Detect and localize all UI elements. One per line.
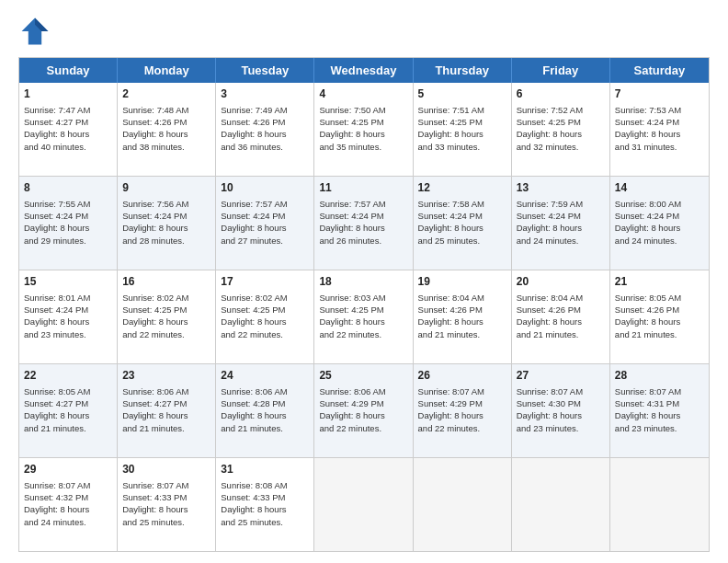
day-info: Sunrise: 8:07 AM Sunset: 4:29 PM Dayligh… xyxy=(418,386,484,433)
calendar-day-cell: 27Sunrise: 8:07 AM Sunset: 4:30 PM Dayli… xyxy=(512,364,610,457)
calendar-day-cell: 12Sunrise: 7:58 AM Sunset: 4:24 PM Dayli… xyxy=(414,177,512,270)
day-number: 28 xyxy=(615,368,704,384)
calendar-day-cell: 21Sunrise: 8:05 AM Sunset: 4:26 PM Dayli… xyxy=(610,270,709,363)
day-number: 18 xyxy=(319,274,407,290)
day-info: Sunrise: 8:05 AM Sunset: 4:27 PM Dayligh… xyxy=(24,386,90,433)
day-number: 23 xyxy=(122,368,210,384)
logo-icon xyxy=(18,15,51,48)
day-number: 21 xyxy=(615,274,704,290)
day-number: 10 xyxy=(221,180,309,196)
calendar-empty-cell xyxy=(512,458,610,551)
day-info: Sunrise: 8:06 AM Sunset: 4:27 PM Dayligh… xyxy=(122,386,188,433)
calendar-day-cell: 8Sunrise: 7:55 AM Sunset: 4:24 PM Daylig… xyxy=(19,177,118,270)
calendar-day-cell: 11Sunrise: 7:57 AM Sunset: 4:24 PM Dayli… xyxy=(314,177,413,270)
day-info: Sunrise: 8:05 AM Sunset: 4:26 PM Dayligh… xyxy=(615,293,681,339)
calendar-week-row: 15Sunrise: 8:01 AM Sunset: 4:24 PM Dayli… xyxy=(19,270,709,363)
calendar-empty-cell xyxy=(414,458,512,551)
calendar-day-cell: 4Sunrise: 7:50 AM Sunset: 4:25 PM Daylig… xyxy=(314,83,413,176)
day-info: Sunrise: 7:48 AM Sunset: 4:26 PM Dayligh… xyxy=(122,105,188,152)
day-info: Sunrise: 7:57 AM Sunset: 4:24 PM Dayligh… xyxy=(319,199,385,246)
day-number: 20 xyxy=(517,274,605,290)
day-number: 16 xyxy=(122,274,210,290)
calendar-empty-cell xyxy=(314,458,413,551)
day-number: 12 xyxy=(418,180,506,196)
day-number: 24 xyxy=(221,368,309,384)
calendar-day-cell: 17Sunrise: 8:02 AM Sunset: 4:25 PM Dayli… xyxy=(216,270,314,363)
day-info: Sunrise: 8:02 AM Sunset: 4:25 PM Dayligh… xyxy=(122,293,188,339)
day-info: Sunrise: 8:08 AM Sunset: 4:33 PM Dayligh… xyxy=(221,480,287,527)
header xyxy=(18,15,710,48)
day-number: 30 xyxy=(122,462,210,477)
calendar-day-cell: 13Sunrise: 7:59 AM Sunset: 4:24 PM Dayli… xyxy=(512,177,610,270)
calendar-day-cell: 23Sunrise: 8:06 AM Sunset: 4:27 PM Dayli… xyxy=(118,364,216,457)
day-info: Sunrise: 7:52 AM Sunset: 4:25 PM Dayligh… xyxy=(517,105,583,152)
calendar-week-row: 1Sunrise: 7:47 AM Sunset: 4:27 PM Daylig… xyxy=(19,83,709,176)
day-info: Sunrise: 7:58 AM Sunset: 4:24 PM Dayligh… xyxy=(418,199,484,246)
day-number: 26 xyxy=(418,368,506,384)
day-number: 29 xyxy=(24,462,112,477)
calendar-day-cell: 18Sunrise: 8:03 AM Sunset: 4:25 PM Dayli… xyxy=(314,270,413,363)
day-number: 25 xyxy=(319,368,407,384)
day-number: 17 xyxy=(221,274,309,290)
day-number: 3 xyxy=(221,86,309,102)
calendar-day-cell: 5Sunrise: 7:51 AM Sunset: 4:25 PM Daylig… xyxy=(414,83,512,176)
calendar-day-cell: 24Sunrise: 8:06 AM Sunset: 4:28 PM Dayli… xyxy=(216,364,314,457)
calendar-day-cell: 6Sunrise: 7:52 AM Sunset: 4:25 PM Daylig… xyxy=(512,83,610,176)
day-info: Sunrise: 8:07 AM Sunset: 4:32 PM Dayligh… xyxy=(24,480,90,527)
calendar-header-cell: Friday xyxy=(512,58,610,83)
day-number: 15 xyxy=(24,274,112,290)
calendar-day-cell: 16Sunrise: 8:02 AM Sunset: 4:25 PM Dayli… xyxy=(118,270,216,363)
calendar-day-cell: 25Sunrise: 8:06 AM Sunset: 4:29 PM Dayli… xyxy=(314,364,413,457)
calendar-day-cell: 10Sunrise: 7:57 AM Sunset: 4:24 PM Dayli… xyxy=(216,177,314,270)
day-info: Sunrise: 8:03 AM Sunset: 4:25 PM Dayligh… xyxy=(319,293,385,339)
day-number: 9 xyxy=(122,180,210,196)
calendar-day-cell: 14Sunrise: 8:00 AM Sunset: 4:24 PM Dayli… xyxy=(610,177,709,270)
calendar-day-cell: 31Sunrise: 8:08 AM Sunset: 4:33 PM Dayli… xyxy=(216,458,314,551)
calendar-week-row: 29Sunrise: 8:07 AM Sunset: 4:32 PM Dayli… xyxy=(19,457,709,551)
day-number: 13 xyxy=(517,180,605,196)
calendar-day-cell: 9Sunrise: 7:56 AM Sunset: 4:24 PM Daylig… xyxy=(118,177,216,270)
day-info: Sunrise: 7:56 AM Sunset: 4:24 PM Dayligh… xyxy=(122,199,188,246)
calendar-day-cell: 7Sunrise: 7:53 AM Sunset: 4:24 PM Daylig… xyxy=(610,83,709,176)
logo xyxy=(18,15,57,48)
calendar-day-cell: 22Sunrise: 8:05 AM Sunset: 4:27 PM Dayli… xyxy=(19,364,118,457)
calendar-empty-cell xyxy=(610,458,709,551)
calendar-day-cell: 29Sunrise: 8:07 AM Sunset: 4:32 PM Dayli… xyxy=(19,458,118,551)
calendar-day-cell: 15Sunrise: 8:01 AM Sunset: 4:24 PM Dayli… xyxy=(19,270,118,363)
day-info: Sunrise: 8:00 AM Sunset: 4:24 PM Dayligh… xyxy=(615,199,681,246)
calendar-day-cell: 19Sunrise: 8:04 AM Sunset: 4:26 PM Dayli… xyxy=(414,270,512,363)
calendar-day-cell: 30Sunrise: 8:07 AM Sunset: 4:33 PM Dayli… xyxy=(118,458,216,551)
calendar-header-cell: Sunday xyxy=(19,58,118,83)
day-number: 6 xyxy=(517,86,605,102)
calendar-header-cell: Tuesday xyxy=(216,58,314,83)
day-number: 19 xyxy=(418,274,506,290)
day-info: Sunrise: 8:07 AM Sunset: 4:31 PM Dayligh… xyxy=(615,386,681,433)
calendar-day-cell: 3Sunrise: 7:49 AM Sunset: 4:26 PM Daylig… xyxy=(216,83,314,176)
calendar-week-row: 8Sunrise: 7:55 AM Sunset: 4:24 PM Daylig… xyxy=(19,176,709,270)
day-info: Sunrise: 8:07 AM Sunset: 4:30 PM Dayligh… xyxy=(517,386,583,433)
day-info: Sunrise: 7:53 AM Sunset: 4:24 PM Dayligh… xyxy=(615,105,681,152)
day-number: 1 xyxy=(24,86,112,102)
day-number: 5 xyxy=(418,86,506,102)
calendar-header-cell: Monday xyxy=(118,58,216,83)
calendar-week-row: 22Sunrise: 8:05 AM Sunset: 4:27 PM Dayli… xyxy=(19,363,709,457)
day-info: Sunrise: 8:07 AM Sunset: 4:33 PM Dayligh… xyxy=(122,480,188,527)
day-info: Sunrise: 7:47 AM Sunset: 4:27 PM Dayligh… xyxy=(24,105,90,152)
day-info: Sunrise: 7:50 AM Sunset: 4:25 PM Dayligh… xyxy=(319,105,385,152)
day-info: Sunrise: 7:55 AM Sunset: 4:24 PM Dayligh… xyxy=(24,199,90,246)
day-info: Sunrise: 7:49 AM Sunset: 4:26 PM Dayligh… xyxy=(221,105,287,152)
calendar-header-cell: Thursday xyxy=(414,58,512,83)
day-number: 14 xyxy=(615,180,704,196)
day-info: Sunrise: 8:06 AM Sunset: 4:29 PM Dayligh… xyxy=(319,386,385,433)
calendar-header-row: SundayMondayTuesdayWednesdayThursdayFrid… xyxy=(19,58,709,83)
day-number: 7 xyxy=(615,86,704,102)
calendar-day-cell: 20Sunrise: 8:04 AM Sunset: 4:26 PM Dayli… xyxy=(512,270,610,363)
day-number: 31 xyxy=(221,462,309,477)
day-info: Sunrise: 8:04 AM Sunset: 4:26 PM Dayligh… xyxy=(517,293,583,339)
day-number: 4 xyxy=(319,86,407,102)
day-info: Sunrise: 8:06 AM Sunset: 4:28 PM Dayligh… xyxy=(221,386,287,433)
page: SundayMondayTuesdayWednesdayThursdayFrid… xyxy=(0,0,728,563)
day-number: 27 xyxy=(517,368,605,384)
day-number: 8 xyxy=(24,180,112,196)
day-info: Sunrise: 8:04 AM Sunset: 4:26 PM Dayligh… xyxy=(418,293,484,339)
